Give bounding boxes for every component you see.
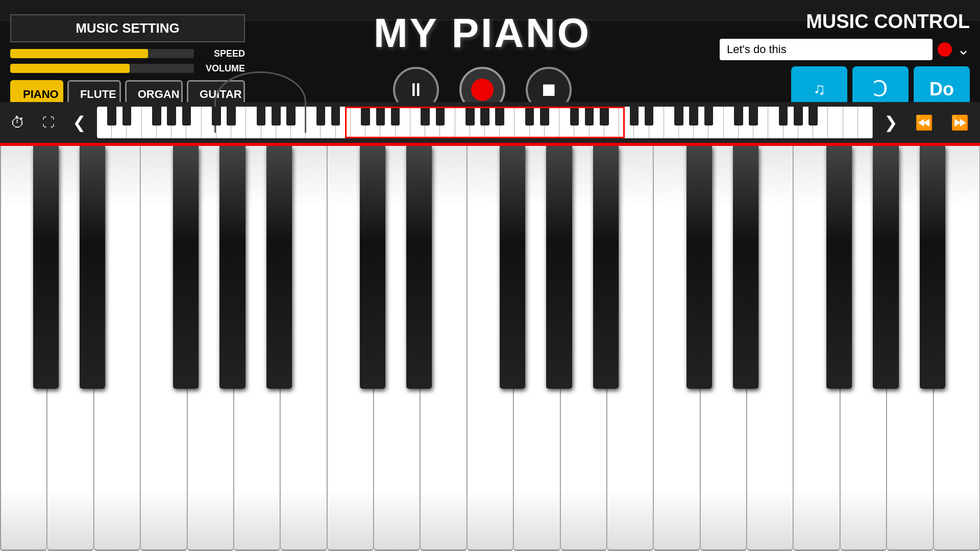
do-label: Do [929, 79, 954, 100]
mini-black-key [286, 107, 296, 126]
mini-black-key [630, 107, 639, 126]
app-title: MY PIANO [374, 10, 591, 57]
mini-keyboard [97, 107, 873, 138]
mini-black-key [376, 107, 385, 126]
mini-black-key [421, 107, 430, 126]
speed-label: SPEED [199, 48, 245, 59]
mini-black-key [808, 107, 818, 126]
rewind-button[interactable]: ⏪ [909, 114, 939, 131]
mini-black-key [645, 107, 654, 126]
mini-black-key [227, 107, 236, 126]
record-dot [471, 79, 494, 101]
volume-fill [10, 64, 130, 73]
mini-black-key [316, 107, 326, 126]
mini-black-key [122, 107, 132, 126]
timer-icon[interactable]: ⏱ [5, 114, 31, 131]
volume-row: VOLUME [10, 63, 245, 74]
mini-white-key [858, 107, 873, 138]
record-indicator [938, 42, 952, 57]
center-panel: MY PIANO ⏸ ⏹ [245, 10, 720, 113]
mini-black-key [540, 107, 549, 126]
black-key[interactable] [546, 146, 572, 389]
mini-black-key [674, 107, 683, 126]
mini-black-key [465, 107, 475, 126]
black-key[interactable] [826, 146, 852, 389]
next-button[interactable]: ❯ [878, 113, 903, 132]
speed-fill [10, 49, 148, 58]
mini-black-key [689, 107, 698, 126]
right-panel: MUSIC CONTROL ⌄ ♫ Ↄ Do [720, 11, 970, 112]
black-key[interactable] [360, 146, 385, 389]
mini-black-key [182, 107, 191, 126]
speed-track[interactable] [10, 49, 194, 58]
mini-black-key [704, 107, 714, 126]
mini-black-key [361, 107, 370, 126]
pause-icon: ⏸ [407, 79, 425, 101]
chord-label: Ↄ [873, 77, 888, 102]
expand-icon[interactable]: ⛶ [36, 115, 61, 130]
mini-black-key [391, 107, 400, 126]
black-key[interactable] [500, 146, 525, 389]
header: MUSIC SETTING SPEED VOLUME PIANO FLUTE O… [0, 20, 980, 102]
mini-black-key [495, 107, 504, 126]
black-key[interactable] [406, 146, 432, 389]
mini-black-key [570, 107, 579, 126]
mini-black-key [272, 107, 281, 126]
mini-black-key [779, 107, 788, 126]
black-key[interactable] [173, 146, 199, 389]
mini-black-key [152, 107, 161, 126]
stop-icon: ⏹ [540, 79, 558, 101]
mini-keyboard-container[interactable] [97, 107, 873, 138]
mini-black-key [600, 107, 609, 126]
piano-roll-bar: ⏱ ⛶ ❮ ❯ ⏪ ⏩ [0, 102, 980, 143]
music-setting-title: MUSIC SETTING [10, 14, 245, 42]
mini-black-key [525, 107, 534, 126]
left-panel: MUSIC SETTING SPEED VOLUME PIANO FLUTE O… [10, 14, 245, 109]
mini-black-key [585, 107, 594, 126]
volume-track[interactable] [10, 64, 194, 73]
mini-black-key [331, 107, 340, 126]
black-key[interactable] [920, 146, 945, 389]
mini-black-key [212, 107, 221, 126]
mini-black-key [107, 107, 116, 126]
black-key[interactable] [687, 146, 712, 389]
mini-black-key [167, 107, 176, 126]
prev-button[interactable]: ❮ [66, 113, 92, 132]
black-key[interactable] [219, 146, 245, 389]
mini-black-key [734, 107, 743, 126]
volume-label: VOLUME [199, 63, 245, 74]
song-input[interactable] [720, 39, 933, 60]
mini-black-key [794, 107, 803, 126]
piano-keyboard[interactable] [0, 146, 980, 551]
black-key[interactable] [593, 146, 619, 389]
mini-black-key [257, 107, 266, 126]
mini-white-key [843, 107, 858, 138]
black-key[interactable] [80, 146, 105, 389]
music-control-title: MUSIC CONTROL [720, 11, 970, 33]
mini-black-key [480, 107, 489, 126]
speed-row: SPEED [10, 48, 245, 59]
mini-white-key [828, 107, 843, 138]
dropdown-chevron[interactable]: ⌄ [957, 40, 970, 58]
mini-black-key [436, 107, 445, 126]
music-note-icon: ♫ [813, 80, 825, 98]
black-key[interactable] [33, 146, 59, 389]
black-key[interactable] [733, 146, 758, 389]
black-key[interactable] [266, 146, 292, 389]
black-key[interactable] [873, 146, 898, 389]
fast-forward-button[interactable]: ⏩ [944, 114, 975, 131]
mini-black-key [749, 107, 758, 126]
control-bar: ⌄ [720, 39, 970, 60]
